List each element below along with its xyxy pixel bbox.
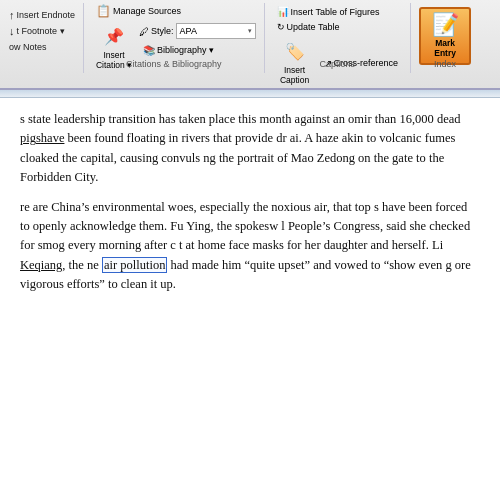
citations-group-label: Citations & Bibliography (84, 59, 264, 69)
update-table-button[interactable]: ↻ Update Table (273, 20, 403, 34)
style-row: 🖊 Style: APA ▾ (139, 22, 256, 40)
style-label: Style: (151, 26, 174, 36)
manage-sources-button[interactable]: 📋 Manage Sources (92, 3, 185, 19)
paragraph-2: re are China’s environmental woes, espec… (20, 198, 480, 295)
footnotes-group: ↑ Insert Endnote ↓ t Footnote ▾ ow Notes (5, 3, 84, 73)
mark-entry-label: MarkEntry (434, 38, 456, 58)
style-dropdown-arrow: ▾ (248, 27, 252, 35)
insert-footnote-label: t Footnote ▾ (17, 26, 65, 36)
show-notes-label: ow Notes (9, 42, 47, 52)
mark-entry-container: 📝 MarkEntry (419, 3, 471, 65)
insert-footnote-button[interactable]: ↓ t Footnote ▾ (7, 23, 77, 38)
index-group-label: Index (411, 59, 479, 69)
endnote-icon: ↑ (9, 9, 15, 21)
insert-endnote-label: Insert Endnote (17, 10, 76, 20)
style-icon: 🖊 (139, 26, 149, 37)
document-content: s state leadership transition has taken … (0, 98, 500, 316)
ruler (0, 90, 500, 98)
insert-caption-label: InsertCaption (280, 66, 309, 85)
underline-pigshave: pigshave (20, 131, 64, 145)
citations-group: 📋 Manage Sources 📌 InsertCitation ▾ 🖊 St… (84, 3, 265, 73)
underline-keqiang: Keqiang (20, 258, 62, 272)
footnote-buttons: ↑ Insert Endnote ↓ t Footnote ▾ ow Notes (7, 3, 77, 54)
manage-sources-icon: 📋 (96, 4, 111, 18)
captions-group-label: Captions (265, 59, 411, 69)
insert-endnote-button[interactable]: ↑ Insert Endnote (7, 7, 77, 22)
mark-entry-inner: 📝 MarkEntry (423, 12, 467, 60)
show-notes-button[interactable]: ow Notes (7, 39, 77, 54)
captions-group: 📊 Insert Table of Figures ↻ Update Table… (265, 3, 412, 73)
footnote-icon: ↓ (9, 25, 15, 37)
mark-entry-button[interactable]: 📝 MarkEntry (419, 7, 471, 65)
bibliography-button[interactable]: 📚 Bibliography ▾ (139, 42, 256, 58)
bibliography-icon: 📚 (143, 45, 155, 56)
insert-citation-icon: 📌 (100, 24, 128, 49)
insert-table-of-figures-button[interactable]: 📊 Insert Table of Figures (273, 3, 403, 20)
insert-table-figures-icon: 📊 (277, 6, 289, 17)
style-dropdown[interactable]: APA ▾ (176, 23, 256, 39)
bibliography-label: Bibliography ▾ (157, 45, 214, 55)
manage-sources-label: Manage Sources (113, 6, 181, 16)
highlighted-air-pollution: air pollution (102, 257, 167, 273)
update-table-icon: ↻ (277, 22, 285, 32)
index-group: 📝 MarkEntry Index (411, 3, 479, 73)
manage-sources-row: 📋 Manage Sources (92, 3, 256, 19)
captions-top-row: 📊 Insert Table of Figures ↻ Update Table (273, 3, 403, 34)
paragraph-1: s state leadership transition has taken … (20, 110, 480, 188)
ribbon-content: ↑ Insert Endnote ↓ t Footnote ▾ ow Notes… (0, 0, 500, 88)
insert-table-of-figures-label: Insert Table of Figures (291, 7, 380, 17)
mark-entry-icon: 📝 (432, 14, 459, 36)
update-table-label: Update Table (287, 22, 340, 32)
style-value: APA (180, 26, 246, 36)
ribbon: ↑ Insert Endnote ↓ t Footnote ▾ ow Notes… (0, 0, 500, 90)
